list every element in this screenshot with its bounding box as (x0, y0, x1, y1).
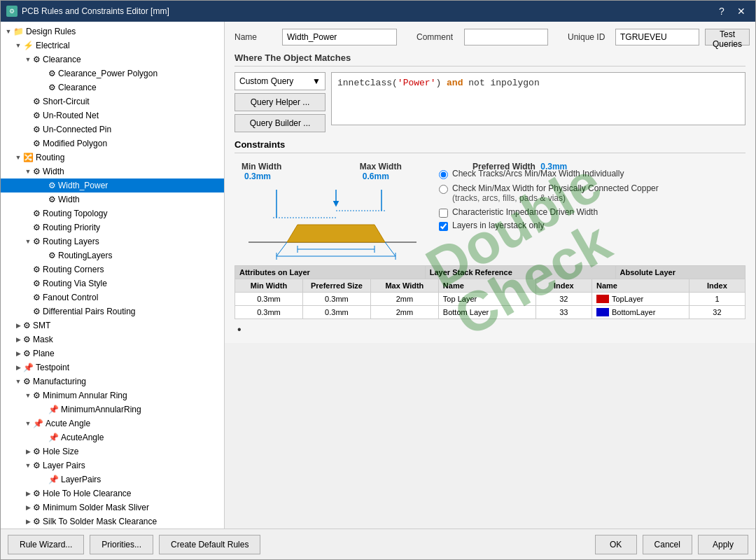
tree-item-layer-pairs[interactable]: ▼ ⚙ Layer Pairs (1, 458, 224, 472)
tree-label: Routing Corners (43, 265, 104, 274)
check2-input[interactable] (439, 222, 448, 231)
tree-item-acute-angle[interactable]: ▼ 📌 Acute Angle (1, 416, 224, 430)
tree-item-clearance[interactable]: ⚙ Clearance (1, 80, 224, 94)
td-max: 2mm (371, 306, 439, 318)
col-max-width: Max Width (371, 279, 439, 292)
tree-item-testpoint[interactable]: ▶ 📌 Testpoint (1, 360, 224, 374)
query-helper-button[interactable]: Query Helper ... (234, 93, 326, 111)
tree-item-routing[interactable]: ▼ 🔀 Routing (1, 150, 224, 164)
tree-item-min-annular-item[interactable]: 📌 MinimumAnnularRing (1, 402, 224, 416)
tree-item-layer-pairs-item[interactable]: 📌 LayerPairs (1, 472, 224, 486)
tree-item-un-connected-pin[interactable]: ⚙ Un-Connected Pin (1, 122, 224, 136)
tree-item-manufacturing[interactable]: ▼ ⚙ Manufacturing (1, 374, 224, 388)
table-row[interactable]: 0.3mm 0.3mm 2mm Bottom Layer 33 BottomLa… (235, 306, 745, 318)
tree-item-electrical[interactable]: ▼ ⚡ Electrical (1, 38, 224, 52)
titlebar-controls: ? ✕ (713, 4, 750, 18)
tree-item-plane[interactable]: ▶ ⚙ Plane (1, 346, 224, 360)
tree-item-routing-corners[interactable]: ⚙ Routing Corners (1, 262, 224, 276)
name-input[interactable] (282, 29, 397, 46)
window-title: PCB Rules and Constraints Editor [mm] (22, 6, 169, 16)
help-button[interactable]: ? (713, 4, 730, 18)
tree-item-hole-clearance[interactable]: ▶ ⚙ Hole To Hole Clearance (1, 486, 224, 500)
radio2-label: Check Min/Max Width for Physically Conne… (452, 183, 659, 193)
check2-row[interactable]: Layers in layerstack only (439, 220, 746, 231)
tree-item-design-rules[interactable]: ▼ 📁 Design Rules (1, 24, 224, 38)
tree-item-modified-polygon[interactable]: ⚙ Modified Polygon (1, 136, 224, 150)
rule-icon: ⚙ (33, 111, 41, 120)
comment-input[interactable] (464, 29, 548, 46)
radio2-row[interactable]: Check Min/Max Width for Physically Conne… (439, 183, 746, 203)
tree-label: Minimum Solder Mask Sliver (43, 503, 149, 512)
tree-label: Differential Pairs Routing (43, 307, 136, 316)
expand-icon: ▶ (23, 490, 33, 497)
tree-item-routing-layers[interactable]: ▼ ⚙ Routing Layers (1, 234, 224, 248)
tree-label: Silk To Solder Mask Clearance (43, 517, 157, 526)
tree-item-hole-size[interactable]: ▶ ⚙ Hole Size (1, 444, 224, 458)
uid-input[interactable] (615, 29, 699, 46)
query-dropdown[interactable]: Custom Query ▼ (234, 72, 326, 90)
rule-wizard-button[interactable]: Rule Wizard... (8, 535, 84, 554)
tree-item-min-annular[interactable]: ▼ ⚙ Minimum Annular Ring (1, 388, 224, 402)
radio1-input[interactable] (439, 170, 448, 179)
tree-item-min-solder-mask[interactable]: ▶ ⚙ Minimum Solder Mask Sliver (1, 500, 224, 514)
create-default-button[interactable]: Create Default Rules (159, 535, 260, 554)
rule-icon: ⚙ (33, 447, 41, 456)
tree-label: Routing Priority (43, 223, 100, 232)
check1-input[interactable] (439, 209, 448, 218)
tree-item-smt[interactable]: ▶ ⚙ SMT (1, 318, 224, 332)
expand-icon: ▶ (13, 322, 23, 329)
tree-item-routing-priority[interactable]: ⚙ Routing Priority (1, 220, 224, 234)
rule-icon: ⚙ (33, 517, 41, 526)
tree-item-fanout-control[interactable]: ⚙ Fanout Control (1, 290, 224, 304)
close-button[interactable]: ✕ (733, 4, 750, 18)
radio2-input[interactable] (439, 185, 448, 194)
table-row[interactable]: 0.3mm 0.3mm 2mm Top Layer 32 TopLayer 1 (235, 293, 745, 306)
tree-item-diff-pairs[interactable]: ⚙ Differential Pairs Routing (1, 304, 224, 318)
check1-row[interactable]: Characteristic Impedance Driven Width (439, 207, 746, 218)
apply-button[interactable]: Apply (698, 535, 748, 554)
tree-item-width-group[interactable]: ▼ ⚙ Width (1, 164, 224, 178)
tree-item-width-power[interactable]: ⚙ Width_Power (1, 178, 224, 192)
right-wrapper: Name Comment Unique ID Test Queries Wher… (225, 22, 755, 528)
query-text-area[interactable]: innetclass('Power') and not inpolygon (331, 72, 746, 125)
bottom-right-buttons: OK Cancel Apply (595, 535, 748, 554)
where-section-title: Where The Object Matches (234, 52, 746, 66)
tree-item-acute-angle-item[interactable]: 📌 AcuteAngle (1, 430, 224, 444)
tree-label: Un-Routed Net (43, 111, 99, 120)
tree-label: Hole To Hole Clearance (43, 489, 132, 498)
tree-item-un-routed-net[interactable]: ⚙ Un-Routed Net (1, 108, 224, 122)
rule-icon: ⚙ (33, 139, 41, 148)
td-name: Bottom Layer (439, 306, 536, 318)
svg-line-11 (385, 242, 396, 256)
cancel-button[interactable]: Cancel (643, 535, 692, 554)
rule-icon: ⚙ (33, 223, 41, 232)
rule-icon: ⚙ (33, 503, 41, 512)
ok-button[interactable]: OK (595, 535, 637, 554)
plane-icon: ⚙ (23, 349, 31, 358)
test-queries-button[interactable]: Test Queries (705, 29, 750, 46)
svg-line-10 (276, 242, 287, 256)
tree-item-mask[interactable]: ▶ ⚙ Mask (1, 332, 224, 346)
rule-icon: 📌 (48, 405, 59, 414)
left-panel: ▼ 📁 Design Rules ▼ ⚡ Electrical ▼ ⚙ Clea… (1, 22, 225, 528)
tree-item-routing-layers-item[interactable]: ⚙ RoutingLayers (1, 248, 224, 262)
rule-icon: ⚙ (33, 209, 41, 218)
priorities-button[interactable]: Priorities... (90, 535, 153, 554)
trace-diagram (234, 183, 430, 260)
tree-item-width[interactable]: ⚙ Width (1, 192, 224, 206)
comment-label: Comment (416, 32, 458, 42)
tree-item-clearance-power[interactable]: ⚙ Clearance_Power Polygon (1, 66, 224, 80)
tree-item-routing-topology[interactable]: ⚙ Routing Topology (1, 206, 224, 220)
rule-icon: ⚙ (48, 251, 56, 260)
tree-item-silk-to-solder[interactable]: ▶ ⚙ Silk To Solder Mask Clearance (1, 514, 224, 528)
tree-item-clearance-group[interactable]: ▼ ⚙ Clearance (1, 52, 224, 66)
table-header-row1: Attributes on Layer Layer Stack Referenc… (235, 266, 745, 279)
tree-item-short-circuit[interactable]: ⚙ Short-Circuit (1, 94, 224, 108)
tree-item-routing-via-style[interactable]: ⚙ Routing Via Style (1, 276, 224, 290)
tree-label: Fanout Control (43, 293, 98, 302)
tree-panel[interactable]: ▼ 📁 Design Rules ▼ ⚡ Electrical ▼ ⚙ Clea… (1, 22, 224, 528)
expand-icon: ▼ (23, 238, 33, 245)
layer-color-bottom (596, 308, 609, 316)
name-row: Name Comment Unique ID Test Queries (234, 29, 746, 46)
query-builder-button[interactable]: Query Builder ... (234, 114, 326, 132)
